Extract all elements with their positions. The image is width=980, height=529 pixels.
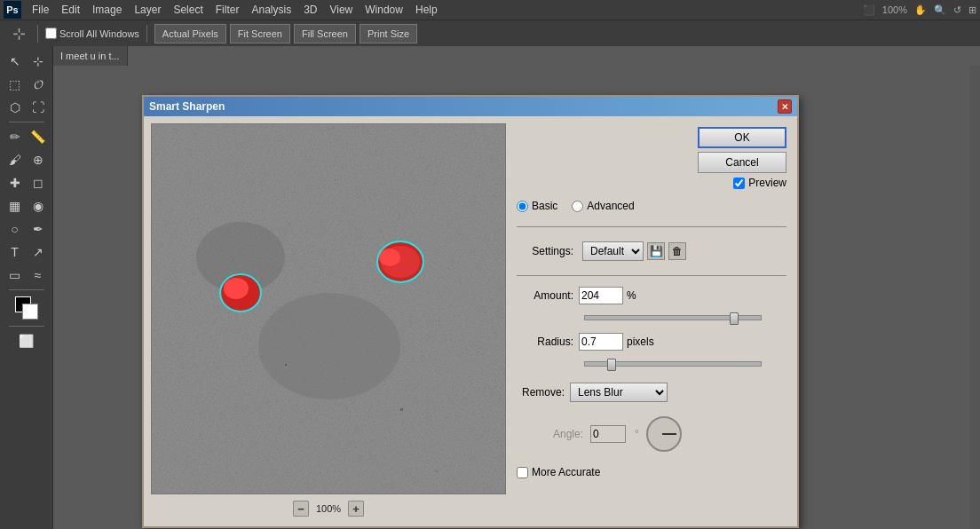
dialog-overlay: Smart Sharpen ✕ (53, 46, 980, 529)
angle-section: Angle: ° (517, 416, 786, 452)
menu-filter[interactable]: Filter (210, 2, 245, 18)
advanced-radio[interactable] (572, 201, 583, 212)
grid-icon: ⊞ (968, 4, 976, 16)
remove-dropdown[interactable]: Lens Blur Gaussian Blur Motion Blur (570, 383, 668, 402)
more-accurate-row: More Accurate (517, 466, 786, 478)
basic-radio[interactable] (517, 201, 528, 212)
dodge-tool[interactable]: ○ (4, 217, 27, 241)
marquee-tool[interactable]: ⬚ (4, 73, 27, 96)
menu-analysis[interactable]: Analysis (246, 2, 296, 18)
menu-3d[interactable]: 3D (298, 2, 322, 18)
angle-input[interactable] (590, 425, 626, 443)
more-accurate-label: More Accurate (532, 466, 600, 478)
basic-radio-option[interactable]: Basic (517, 200, 557, 212)
dialog-titlebar: Smart Sharpen ✕ (144, 97, 797, 116)
advanced-radio-option[interactable]: Advanced (572, 200, 634, 212)
angle-dial-indicator (662, 433, 676, 435)
crop-tool[interactable]: ⛶ (27, 96, 50, 119)
amount-slider[interactable] (584, 315, 762, 320)
save-preset-icon[interactable]: 💾 (647, 242, 665, 260)
menu-image[interactable]: Image (87, 2, 127, 18)
preview-controls: − 100% + (151, 498, 506, 519)
zoom-in-button[interactable]: + (348, 501, 364, 517)
scroll-all-input[interactable] (45, 28, 57, 39)
radius-input[interactable] (579, 333, 623, 351)
buttons-row: OK Cancel (698, 127, 786, 173)
delete-preset-icon[interactable]: 🗑 (668, 242, 686, 260)
background-color[interactable] (22, 304, 38, 320)
svg-point-6 (379, 249, 400, 266)
move-tool[interactable]: ↖ (4, 50, 27, 73)
tool-divider-1 (9, 122, 44, 122)
svg-point-2 (258, 293, 400, 399)
angle-label: Angle: (534, 428, 583, 440)
svg-rect-13 (436, 470, 438, 472)
eraser-tool[interactable]: ◻ (27, 171, 50, 194)
healing-tool[interactable]: ✚ (4, 171, 27, 194)
measure-tool[interactable]: 📏 (27, 125, 50, 148)
color-swatch[interactable] (15, 296, 38, 320)
close-button[interactable]: ✕ (778, 99, 792, 114)
artboard-tool[interactable]: ⊹ (27, 50, 50, 73)
path-tool[interactable]: ↗ (27, 241, 50, 264)
amount-slider-container (517, 315, 786, 320)
radius-row: Radius: pixels (517, 333, 786, 351)
blur-tool[interactable]: ◉ (27, 194, 50, 217)
rotate-icon: ↺ (953, 4, 961, 16)
type-tool[interactable]: T (4, 241, 27, 264)
zoom-out-button[interactable]: − (293, 501, 309, 517)
amount-input[interactable] (579, 287, 623, 304)
preview-canvas (152, 124, 506, 494)
scroll-all-checkbox[interactable]: Scroll All Windows (45, 28, 139, 39)
eyedropper-tool[interactable]: ✏ (4, 125, 27, 148)
quick-select-tool[interactable]: ⬡ (4, 96, 27, 119)
pen-tool[interactable]: ✒ (27, 217, 50, 241)
gradient-tool[interactable]: ▦ (4, 194, 27, 217)
zoom-icon: 🔍 (934, 4, 946, 16)
ok-button[interactable]: OK (698, 127, 786, 148)
separator-1 (37, 25, 38, 43)
fill-screen-button[interactable]: Fill Screen (294, 24, 356, 43)
radius-slider-container (517, 361, 786, 367)
svg-rect-11 (285, 364, 287, 366)
menu-help[interactable]: Help (410, 2, 443, 18)
dialog-title: Smart Sharpen (149, 100, 225, 113)
amount-slider-thumb[interactable] (730, 312, 739, 325)
menu-view[interactable]: View (324, 2, 358, 18)
amount-row: Amount: % (517, 287, 786, 304)
menu-window[interactable]: Window (360, 2, 408, 18)
menu-edit[interactable]: Edit (56, 2, 85, 18)
options-toolbar: ⊹ Scroll All Windows Actual Pixels Fit S… (0, 20, 980, 46)
settings-dropdown[interactable]: Default (582, 241, 644, 261)
menu-select[interactable]: Select (168, 2, 208, 18)
menu-layer[interactable]: Layer (129, 2, 166, 18)
radius-slider-thumb[interactable] (607, 359, 616, 371)
vertical-scrollbar[interactable] (969, 66, 980, 529)
radius-slider[interactable] (584, 361, 762, 367)
amount-label: Amount: (517, 289, 579, 302)
menu-file[interactable]: File (27, 2, 54, 18)
cancel-button[interactable]: Cancel (698, 152, 786, 173)
remove-row: Remove: Lens Blur Gaussian Blur Motion B… (517, 383, 786, 402)
lasso-tool[interactable]: 𝓞 (27, 73, 50, 96)
settings-panel: OK Cancel Preview Basic (513, 123, 790, 519)
remove-label: Remove: (517, 386, 570, 399)
fit-screen-button[interactable]: Fit Screen (230, 24, 290, 43)
workspace: I meet u in t... Smart Sharpen ✕ (53, 46, 980, 529)
brush-tool[interactable]: 🖌 (4, 148, 27, 171)
smudge-tool[interactable]: ≈ (27, 264, 50, 287)
actual-pixels-button[interactable]: Actual Pixels (154, 24, 226, 43)
preview-checkbox[interactable] (733, 178, 745, 189)
clone-stamp-tool[interactable]: ⊕ (27, 148, 50, 171)
shape-tool[interactable]: ▭ (4, 264, 27, 287)
more-accurate-checkbox[interactable] (517, 467, 528, 478)
menu-bar: Ps File Edit Image Layer Select Filter A… (0, 0, 980, 20)
tool-divider-2 (9, 289, 44, 290)
angle-dial[interactable] (646, 416, 682, 452)
radius-label: Radius: (517, 336, 579, 348)
preview-image[interactable] (151, 123, 506, 494)
svg-rect-14 (489, 453, 491, 455)
quickmask-btn[interactable]: ⬜ (15, 329, 38, 352)
print-size-button[interactable]: Print Size (360, 24, 417, 43)
left-panel: ↖ ⊹ ⬚ 𝓞 ⬡ ⛶ ✏ 📏 🖌 ⊕ ✚ ◻ ▦ ◉ ○ ✒ (0, 46, 53, 529)
